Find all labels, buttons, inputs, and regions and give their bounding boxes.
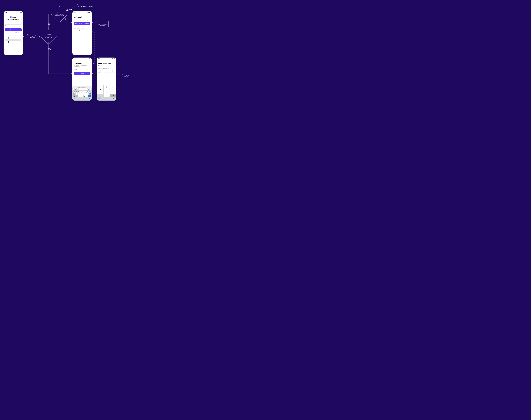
key-8[interactable]: 8TUV [104,91,109,94]
link-existing-button[interactable]: Linking with Sliv****@gmail.com [74,22,91,25]
key-blank [97,94,103,97]
page-desc: We find a related email which has been r… [74,18,91,21]
key-4[interactable]: 4GHI [97,88,103,91]
email-field[interactable] [74,68,91,71]
key-5[interactable]: 5JKL [104,88,109,91]
keyboard-numpad[interactable]: 12ABC3DEF4GHI5JKL6MNO7PQRS8TUV9WXYZ 0 ⌫ … [97,85,116,101]
key-6[interactable]: 6MNO [110,88,116,91]
page-title: Link email [74,16,91,18]
signin-link[interactable]: Sign in [16,32,19,33]
globe-icon[interactable]: 🌐 [98,97,100,99]
otp-box[interactable] [101,70,104,73]
back-button[interactable]: ‹ [72,60,92,62]
key-h[interactable]: h [83,91,85,92]
svg-point-5 [39,36,40,36]
otp-box[interactable] [110,70,112,73]
otp-inputs[interactable] [98,70,115,73]
key-3[interactable]: 3DEF [110,85,116,88]
svg-point-30 [117,73,117,74]
privacy-link[interactable]: Privacy Policy [8,27,13,27]
screen-link-email-input: 9:41 ‹ Link email Link your email to sig… [72,58,92,101]
key-backspace-icon[interactable]: ⌫ [89,93,91,95]
key-t[interactable]: t [80,88,82,90]
svg-point-23 [92,23,93,23]
home-indicator [109,100,116,100]
continue-google-button[interactable]: Continue with Google [5,36,22,40]
terms-link[interactable]: Terms of Use [16,26,21,26]
key-n[interactable]: n [85,93,87,95]
key-7[interactable]: 7PQRS [97,91,103,94]
consent-checkbox[interactable] [5,26,6,26]
page-title: Enter verification code [98,62,115,66]
svg-point-1 [23,36,24,37]
key-m[interactable]: m [87,93,89,95]
key-b[interactable]: b [83,93,85,95]
key-123[interactable]: 123 [73,95,76,97]
signin-row: Already have account? Sign in [5,32,22,33]
key-go[interactable]: go [88,95,91,97]
globe-icon[interactable]: 🌐 [74,98,75,99]
key-l[interactable]: l [89,91,91,92]
continue-button[interactable]: Continue [74,72,91,75]
svg-rect-41 [90,12,90,13]
link-another-button[interactable]: Link another email [74,29,91,32]
key-at[interactable]: @ [84,95,86,97]
key-e[interactable]: e [76,88,78,90]
key-j[interactable]: j [85,91,87,92]
key-a[interactable]: a [74,91,75,92]
key-space[interactable]: space [78,95,83,97]
otp-box[interactable] [107,70,109,73]
box-social-skipped: Social sign-in flow(Skipped) [27,34,38,39]
decision-email-registered-text: Yes / No?This email accounthas been regi… [53,12,66,16]
svg-rect-47 [112,59,112,59]
key-9[interactable]: 9WXYZ [110,91,116,94]
back-button[interactable]: ‹ [97,60,116,62]
otp-box[interactable] [98,70,101,73]
status-icons [87,58,91,59]
key-s[interactable]: s [76,91,77,92]
key-d[interactable]: d [77,91,79,92]
key-1[interactable]: 1 [97,85,103,88]
key-k[interactable]: k [87,91,89,92]
back-button[interactable]: ‹ [72,13,92,15]
google-label: Continue with Google [10,37,19,39]
otp-box[interactable] [112,70,115,73]
create-account-button[interactable]: Create account [5,28,22,31]
key-z[interactable]: z [76,93,77,95]
key-shift-icon[interactable]: ⇧ [73,93,75,95]
continue-github-button[interactable]: Continue with GitHub [5,40,22,44]
key-c[interactable]: c [79,93,81,95]
key-f[interactable]: f [79,91,81,92]
key-u[interactable]: u [84,88,86,90]
home-indicator [79,54,85,54]
key-i[interactable]: i [86,88,88,90]
keyboard-suggestion[interactable]: home Silverhand@gmail.com [72,86,92,88]
page-title: Link email [74,62,91,64]
keyboard-qwerty[interactable]: home Silverhand@gmail.com qwertyuiopasdf… [72,86,92,101]
key-2[interactable]: 2ABC [104,85,109,88]
key-q[interactable]: q [73,88,75,90]
key-dot[interactable]: . [86,95,88,97]
key-0[interactable]: 0 [104,94,109,97]
status-bar: 9:41 [97,58,116,60]
email-field[interactable] [5,22,22,25]
otp-box[interactable] [104,70,106,73]
key-v[interactable]: v [81,93,83,95]
key-o[interactable]: o [88,88,90,90]
mic-icon[interactable]: 🎤 [113,97,115,99]
key-delete-icon[interactable]: ⌫ [110,94,116,97]
key-x[interactable]: x [77,93,79,95]
svg-point-4 [39,36,40,37]
svg-point-13 [72,74,72,74]
mic-icon[interactable]: 🎤 [89,98,90,99]
consent-row[interactable]: I have read and agree to our Terms of Us… [5,25,22,27]
github-label: Continue with GitHub [10,42,19,43]
key-g[interactable]: g [81,91,83,92]
key-shift-icon[interactable]: ⇧ [76,95,77,97]
key-y[interactable]: y [82,88,84,90]
key-p[interactable]: p [90,88,91,90]
box-signup-auto-link: Social sign-up successfully and link the… [72,2,94,8]
key-w[interactable]: w [75,88,76,90]
key-r[interactable]: r [78,88,80,90]
pill-yes-2: Yes [65,18,69,20]
